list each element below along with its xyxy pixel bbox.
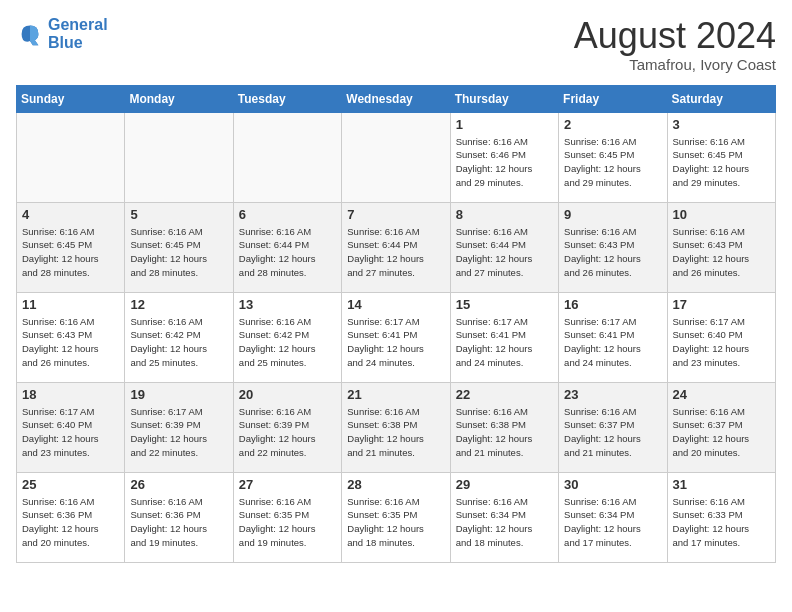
day-number: 8	[456, 207, 553, 222]
day-info: Sunrise: 6:16 AM Sunset: 6:36 PM Dayligh…	[130, 495, 227, 550]
calendar-cell: 10Sunrise: 6:16 AM Sunset: 6:43 PM Dayli…	[667, 202, 775, 292]
day-info: Sunrise: 6:16 AM Sunset: 6:45 PM Dayligh…	[22, 225, 119, 280]
column-header-sunday: Sunday	[17, 85, 125, 112]
calendar-cell: 6Sunrise: 6:16 AM Sunset: 6:44 PM Daylig…	[233, 202, 341, 292]
calendar-cell: 4Sunrise: 6:16 AM Sunset: 6:45 PM Daylig…	[17, 202, 125, 292]
day-info: Sunrise: 6:16 AM Sunset: 6:35 PM Dayligh…	[239, 495, 336, 550]
day-number: 23	[564, 387, 661, 402]
calendar-cell: 21Sunrise: 6:16 AM Sunset: 6:38 PM Dayli…	[342, 382, 450, 472]
calendar-cell: 15Sunrise: 6:17 AM Sunset: 6:41 PM Dayli…	[450, 292, 558, 382]
day-number: 4	[22, 207, 119, 222]
day-number: 18	[22, 387, 119, 402]
calendar-cell: 22Sunrise: 6:16 AM Sunset: 6:38 PM Dayli…	[450, 382, 558, 472]
column-header-monday: Monday	[125, 85, 233, 112]
calendar-cell	[125, 112, 233, 202]
day-info: Sunrise: 6:16 AM Sunset: 6:45 PM Dayligh…	[673, 135, 770, 190]
calendar-cell: 20Sunrise: 6:16 AM Sunset: 6:39 PM Dayli…	[233, 382, 341, 472]
day-info: Sunrise: 6:16 AM Sunset: 6:45 PM Dayligh…	[130, 225, 227, 280]
calendar-cell: 8Sunrise: 6:16 AM Sunset: 6:44 PM Daylig…	[450, 202, 558, 292]
location: Tamafrou, Ivory Coast	[574, 56, 776, 73]
day-number: 25	[22, 477, 119, 492]
day-number: 15	[456, 297, 553, 312]
calendar-cell: 1Sunrise: 6:16 AM Sunset: 6:46 PM Daylig…	[450, 112, 558, 202]
day-info: Sunrise: 6:17 AM Sunset: 6:40 PM Dayligh…	[673, 315, 770, 370]
calendar-cell: 2Sunrise: 6:16 AM Sunset: 6:45 PM Daylig…	[559, 112, 667, 202]
calendar-week-row: 25Sunrise: 6:16 AM Sunset: 6:36 PM Dayli…	[17, 472, 776, 562]
calendar-cell	[342, 112, 450, 202]
calendar-cell	[233, 112, 341, 202]
calendar-cell: 9Sunrise: 6:16 AM Sunset: 6:43 PM Daylig…	[559, 202, 667, 292]
calendar-cell: 5Sunrise: 6:16 AM Sunset: 6:45 PM Daylig…	[125, 202, 233, 292]
day-number: 20	[239, 387, 336, 402]
calendar-cell: 31Sunrise: 6:16 AM Sunset: 6:33 PM Dayli…	[667, 472, 775, 562]
day-number: 16	[564, 297, 661, 312]
day-number: 3	[673, 117, 770, 132]
calendar-week-row: 4Sunrise: 6:16 AM Sunset: 6:45 PM Daylig…	[17, 202, 776, 292]
day-number: 7	[347, 207, 444, 222]
calendar-table: SundayMondayTuesdayWednesdayThursdayFrid…	[16, 85, 776, 563]
logo-icon	[16, 20, 44, 48]
day-info: Sunrise: 6:17 AM Sunset: 6:40 PM Dayligh…	[22, 405, 119, 460]
day-number: 5	[130, 207, 227, 222]
column-header-saturday: Saturday	[667, 85, 775, 112]
column-header-thursday: Thursday	[450, 85, 558, 112]
calendar-cell: 11Sunrise: 6:16 AM Sunset: 6:43 PM Dayli…	[17, 292, 125, 382]
day-number: 28	[347, 477, 444, 492]
month-year: August 2024	[574, 16, 776, 56]
day-number: 2	[564, 117, 661, 132]
calendar-cell: 23Sunrise: 6:16 AM Sunset: 6:37 PM Dayli…	[559, 382, 667, 472]
day-number: 24	[673, 387, 770, 402]
day-info: Sunrise: 6:16 AM Sunset: 6:39 PM Dayligh…	[239, 405, 336, 460]
calendar-week-row: 11Sunrise: 6:16 AM Sunset: 6:43 PM Dayli…	[17, 292, 776, 382]
calendar-cell: 30Sunrise: 6:16 AM Sunset: 6:34 PM Dayli…	[559, 472, 667, 562]
logo-text: General Blue	[48, 16, 108, 51]
calendar-week-row: 1Sunrise: 6:16 AM Sunset: 6:46 PM Daylig…	[17, 112, 776, 202]
day-info: Sunrise: 6:16 AM Sunset: 6:36 PM Dayligh…	[22, 495, 119, 550]
day-number: 14	[347, 297, 444, 312]
day-info: Sunrise: 6:17 AM Sunset: 6:41 PM Dayligh…	[456, 315, 553, 370]
day-number: 1	[456, 117, 553, 132]
day-number: 10	[673, 207, 770, 222]
day-number: 13	[239, 297, 336, 312]
day-number: 19	[130, 387, 227, 402]
day-number: 9	[564, 207, 661, 222]
calendar-cell: 25Sunrise: 6:16 AM Sunset: 6:36 PM Dayli…	[17, 472, 125, 562]
day-number: 31	[673, 477, 770, 492]
column-header-tuesday: Tuesday	[233, 85, 341, 112]
day-info: Sunrise: 6:16 AM Sunset: 6:34 PM Dayligh…	[564, 495, 661, 550]
column-header-friday: Friday	[559, 85, 667, 112]
day-info: Sunrise: 6:16 AM Sunset: 6:35 PM Dayligh…	[347, 495, 444, 550]
day-info: Sunrise: 6:16 AM Sunset: 6:43 PM Dayligh…	[564, 225, 661, 280]
day-info: Sunrise: 6:16 AM Sunset: 6:34 PM Dayligh…	[456, 495, 553, 550]
calendar-cell: 26Sunrise: 6:16 AM Sunset: 6:36 PM Dayli…	[125, 472, 233, 562]
calendar-cell: 18Sunrise: 6:17 AM Sunset: 6:40 PM Dayli…	[17, 382, 125, 472]
day-number: 11	[22, 297, 119, 312]
day-info: Sunrise: 6:16 AM Sunset: 6:45 PM Dayligh…	[564, 135, 661, 190]
day-info: Sunrise: 6:16 AM Sunset: 6:37 PM Dayligh…	[673, 405, 770, 460]
title-block: August 2024 Tamafrou, Ivory Coast	[574, 16, 776, 73]
day-info: Sunrise: 6:17 AM Sunset: 6:39 PM Dayligh…	[130, 405, 227, 460]
day-info: Sunrise: 6:17 AM Sunset: 6:41 PM Dayligh…	[564, 315, 661, 370]
calendar-cell	[17, 112, 125, 202]
day-info: Sunrise: 6:16 AM Sunset: 6:46 PM Dayligh…	[456, 135, 553, 190]
calendar-cell: 17Sunrise: 6:17 AM Sunset: 6:40 PM Dayli…	[667, 292, 775, 382]
calendar-cell: 13Sunrise: 6:16 AM Sunset: 6:42 PM Dayli…	[233, 292, 341, 382]
column-header-wednesday: Wednesday	[342, 85, 450, 112]
day-info: Sunrise: 6:16 AM Sunset: 6:44 PM Dayligh…	[239, 225, 336, 280]
calendar-cell: 7Sunrise: 6:16 AM Sunset: 6:44 PM Daylig…	[342, 202, 450, 292]
day-info: Sunrise: 6:16 AM Sunset: 6:42 PM Dayligh…	[130, 315, 227, 370]
day-info: Sunrise: 6:16 AM Sunset: 6:43 PM Dayligh…	[22, 315, 119, 370]
calendar-cell: 28Sunrise: 6:16 AM Sunset: 6:35 PM Dayli…	[342, 472, 450, 562]
day-number: 21	[347, 387, 444, 402]
calendar-cell: 14Sunrise: 6:17 AM Sunset: 6:41 PM Dayli…	[342, 292, 450, 382]
day-number: 27	[239, 477, 336, 492]
calendar-cell: 3Sunrise: 6:16 AM Sunset: 6:45 PM Daylig…	[667, 112, 775, 202]
day-number: 29	[456, 477, 553, 492]
day-number: 17	[673, 297, 770, 312]
day-info: Sunrise: 6:16 AM Sunset: 6:43 PM Dayligh…	[673, 225, 770, 280]
calendar-header-row: SundayMondayTuesdayWednesdayThursdayFrid…	[17, 85, 776, 112]
calendar-week-row: 18Sunrise: 6:17 AM Sunset: 6:40 PM Dayli…	[17, 382, 776, 472]
day-info: Sunrise: 6:16 AM Sunset: 6:38 PM Dayligh…	[347, 405, 444, 460]
day-info: Sunrise: 6:16 AM Sunset: 6:42 PM Dayligh…	[239, 315, 336, 370]
day-number: 22	[456, 387, 553, 402]
